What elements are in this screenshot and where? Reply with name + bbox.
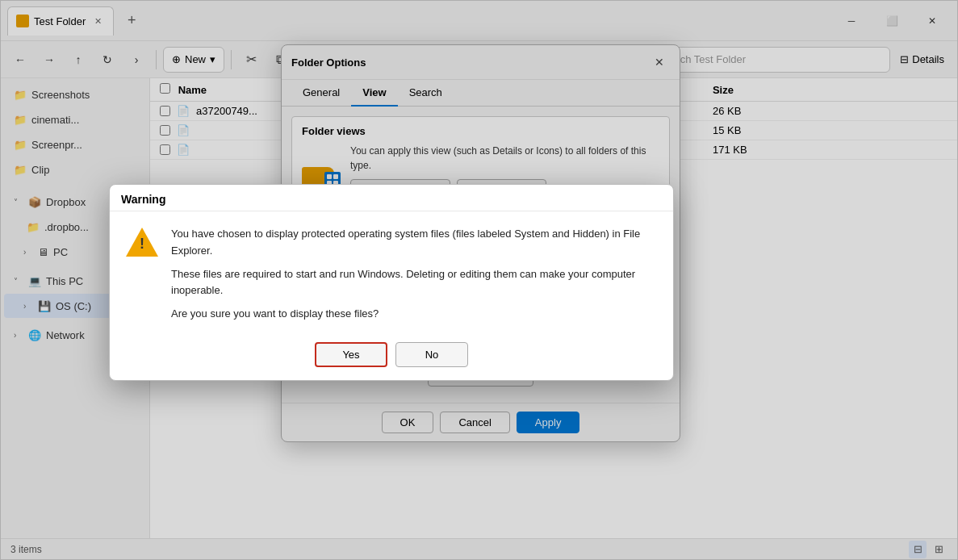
warning-text: You have chosen to display protected ope… [171, 226, 657, 323]
warning-body: You have chosen to display protected ope… [110, 211, 673, 334]
warning-dialog: Warning You have chosen to display prote… [109, 184, 674, 381]
warning-triangle-icon [126, 228, 158, 257]
warning-title: Warning [121, 193, 165, 206]
warning-title-bar: Warning [110, 185, 673, 211]
warning-footer: Yes No [110, 334, 673, 380]
yes-btn[interactable]: Yes [315, 342, 387, 367]
warning-line2: These files are required to start and ru… [171, 266, 657, 300]
warning-icon [126, 228, 158, 260]
no-btn[interactable]: No [395, 342, 468, 367]
warning-line1: You have chosen to display protected ope… [171, 226, 657, 260]
warning-line3: Are you sure you want to display these f… [171, 306, 657, 323]
